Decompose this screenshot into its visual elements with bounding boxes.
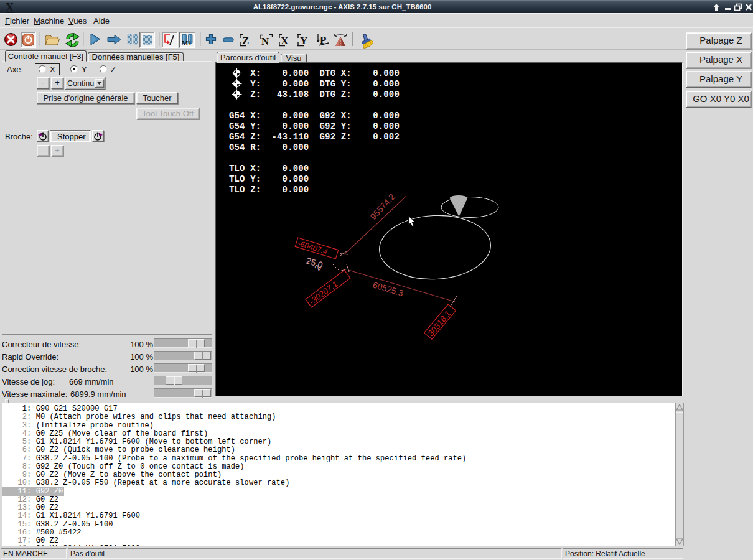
- svg-text:Z: Z: [242, 35, 249, 47]
- svg-text:-30207.1: -30207.1: [308, 279, 339, 307]
- svg-text:N: N: [261, 35, 269, 47]
- svg-text:60525.3: 60525.3: [372, 280, 405, 299]
- svg-text:95574.2: 95574.2: [368, 192, 396, 222]
- svg-text:30318.1: 30318.1: [426, 309, 452, 339]
- svg-text:Y: Y: [300, 35, 307, 47]
- svg-text:X: X: [281, 35, 289, 47]
- svg-text:M1: M1: [182, 39, 192, 46]
